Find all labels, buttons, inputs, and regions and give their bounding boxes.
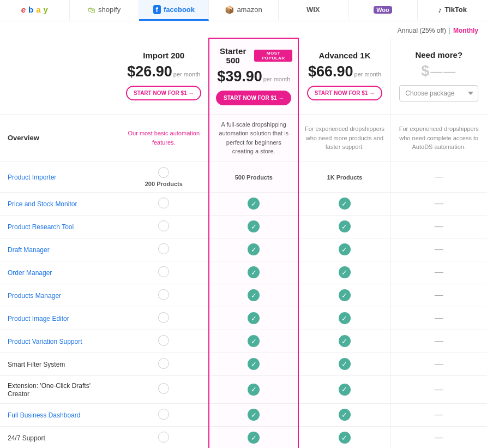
empty-circle-icon	[158, 220, 169, 231]
empty-circle-icon	[158, 312, 169, 323]
start-btn-starter500[interactable]: START NOW FOR $1 →	[216, 91, 291, 105]
check-icon: ✓	[339, 384, 351, 396]
overview-row: Overview Our most basic automation featu…	[0, 115, 487, 162]
pricing-table: Import 200 $26.90 per month START NOW FO…	[0, 38, 487, 448]
feature-advanced1k: ✓	[298, 426, 390, 448]
check-icon: ✓	[248, 335, 260, 347]
feature-import200	[119, 426, 209, 448]
check-icon: ✓	[248, 384, 260, 396]
feature-row: Products Manager✓✓—	[0, 284, 487, 307]
feature-name[interactable]: Product Importer	[8, 174, 56, 181]
feature-import200	[119, 403, 209, 426]
plan-name-needmore: Need more?	[396, 50, 482, 59]
empty-circle-icon	[158, 266, 169, 277]
feature-name[interactable]: Draft Manager	[8, 246, 50, 254]
woo-icon: Woo	[374, 6, 392, 14]
feature-starter500: ✓	[209, 403, 298, 426]
check-icon: ✓	[248, 409, 260, 421]
feature-name: Extension: 'One-Click Drafts' Creator	[8, 382, 91, 398]
empty-circle-icon	[158, 289, 169, 300]
tab-ebay[interactable]: ebay	[0, 0, 70, 21]
feature-advanced1k: ✓	[298, 215, 390, 238]
check-icon: ✓	[339, 220, 351, 232]
dash-icon: —	[435, 222, 443, 231]
feature-name: 24/7 Support	[8, 434, 45, 442]
check-icon: ✓	[339, 432, 351, 444]
feature-starter500: ✓	[209, 261, 298, 284]
tab-woo[interactable]: Woo	[348, 0, 418, 21]
choose-package-select[interactable]: Choose package	[399, 85, 478, 101]
feature-needmore: —	[390, 261, 487, 284]
feature-advanced1k: ✓	[298, 353, 390, 375]
feature-advanced1k: ✓	[298, 192, 390, 215]
feature-starter500: ✓	[209, 426, 298, 448]
empty-circle-icon	[158, 335, 169, 346]
feature-import200	[119, 238, 209, 261]
dash-icon: —	[435, 359, 443, 368]
feature-row: Full Business Dashboard✓✓—	[0, 403, 487, 426]
amazon-icon: 📦	[225, 5, 234, 14]
feature-name[interactable]: Full Business Dashboard	[8, 411, 80, 419]
feature-name[interactable]: Price and Stock Monitor	[8, 200, 77, 208]
dash-icon: —	[435, 172, 443, 181]
feature-name: Smart Filter System	[8, 361, 65, 368]
dash-icon: —	[435, 385, 443, 394]
billing-sep: |	[449, 27, 450, 34]
empty-circle-icon	[158, 243, 169, 254]
dash-icon: —	[435, 290, 443, 300]
empty-circle-icon	[158, 198, 169, 208]
billing-row: Annual (25% off) | Monthly	[0, 21, 487, 38]
feature-row: Draft Manager✓✓—	[0, 238, 487, 261]
feature-name[interactable]: Product Research Tool	[8, 223, 74, 231]
check-icon: ✓	[339, 266, 351, 278]
overview-advanced1k-desc: For experienced dropshippers who need mo…	[305, 126, 384, 150]
ebay-icon: e	[21, 5, 26, 14]
feature-row: Smart Filter System✓✓—	[0, 353, 487, 375]
nav-tabs: ebay 🛍 shopify f facebook 📦 amazon WIX W…	[0, 0, 487, 21]
check-icon: ✓	[339, 243, 351, 255]
feature-import200	[119, 330, 209, 353]
empty-circle-icon	[158, 358, 169, 369]
feature-needmore: —	[390, 162, 487, 192]
plan-name-starter500: Starter 500 MOST POPULAR	[215, 46, 292, 65]
product-count: 200 Products	[123, 181, 205, 187]
feature-advanced1k: ✓	[298, 284, 390, 307]
tab-wix[interactable]: WIX	[279, 0, 348, 21]
dash-icon: —	[435, 199, 443, 208]
plan-price-needmore: $ ——	[396, 63, 482, 80]
check-icon: ✓	[248, 243, 260, 255]
feature-import200	[119, 192, 209, 215]
check-icon: ✓	[248, 198, 260, 210]
feature-name[interactable]: Product Image Editor	[8, 315, 69, 322]
feature-import200	[119, 284, 209, 307]
overview-needmore-desc: For experienced dropshippers who need co…	[399, 126, 479, 150]
feature-name[interactable]: Order Manager	[8, 269, 52, 277]
empty-circle-icon	[158, 432, 169, 443]
dash-icon: —	[435, 433, 443, 442]
start-btn-import200[interactable]: START NOW FOR $1 →	[126, 86, 201, 100]
tab-facebook[interactable]: f facebook	[139, 0, 209, 21]
tab-shopify[interactable]: 🛍 shopify	[70, 0, 140, 21]
feature-advanced1k: 1K Products	[298, 162, 390, 192]
feature-needmore: —	[390, 330, 487, 353]
feature-import200	[119, 375, 209, 403]
plan-price-advanced1k: $66.90 per month	[304, 63, 384, 80]
feature-row: Product Image Editor✓✓—	[0, 307, 487, 330]
feature-advanced1k: ✓	[298, 261, 390, 284]
feature-import200	[119, 215, 209, 238]
tab-tiktok[interactable]: ♪ TikTok	[418, 0, 487, 21]
feature-import200: 200 Products	[119, 162, 209, 192]
feature-needmore: —	[390, 353, 487, 375]
monthly-label[interactable]: Monthly	[453, 27, 478, 34]
feature-row: Product Variation Support✓✓—	[0, 330, 487, 353]
start-btn-advanced1k[interactable]: START NOW FOR $1 →	[307, 86, 382, 100]
most-popular-badge: MOST POPULAR	[254, 50, 292, 62]
check-icon: ✓	[339, 289, 351, 301]
feature-advanced1k: ✓	[298, 307, 390, 330]
feature-name[interactable]: Product Variation Support	[8, 338, 82, 345]
tiktok-icon: ♪	[438, 5, 442, 14]
tab-amazon[interactable]: 📦 amazon	[209, 0, 279, 21]
feature-import200	[119, 353, 209, 375]
feature-name[interactable]: Products Manager	[8, 292, 61, 300]
feature-import200	[119, 307, 209, 330]
